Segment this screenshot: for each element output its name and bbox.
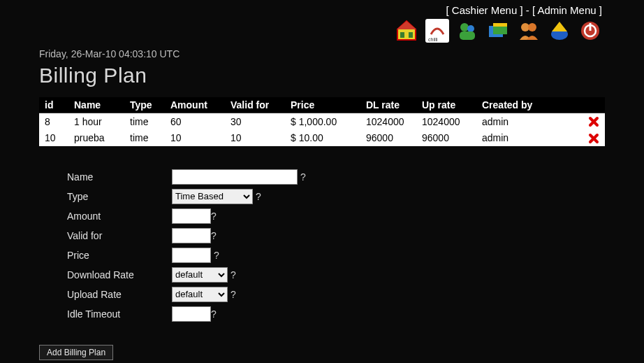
cell-amount: 60 (165, 113, 225, 130)
th-actions (583, 97, 605, 113)
cell-type: time (124, 129, 165, 145)
label-name: Name (67, 171, 172, 183)
cell-dl: 1024000 (360, 113, 416, 130)
admin-menu-link[interactable]: Admin Menu (537, 4, 596, 16)
cell-price: $ 1,000.00 (285, 113, 360, 130)
amount-input[interactable] (172, 208, 211, 224)
table-row: 10pruebatime1010$ 10.009600096000admin (39, 129, 605, 145)
th-amount: Amount (165, 97, 225, 113)
th-price: Price (285, 97, 360, 113)
billing-plan-form: Name ? Type Time Based ? Amount ? Valid … (67, 169, 605, 322)
cell-amount: 10 (165, 129, 225, 145)
help-icon[interactable]: ? (256, 191, 261, 202)
users-icon[interactable] (455, 19, 479, 43)
cell-up: 96000 (416, 129, 476, 145)
th-valid: Valid for (225, 97, 285, 113)
help-icon[interactable]: ? (230, 289, 236, 300)
th-by: Created by (476, 97, 583, 113)
cell-valid: 10 (225, 129, 285, 145)
upload-rate-select[interactable]: default (172, 287, 228, 302)
billing-plan-table: id Name Type Amount Valid for Price DL r… (39, 97, 605, 146)
th-name: Name (68, 97, 124, 113)
cell-up: 1024000 (416, 113, 476, 130)
help-icon[interactable]: ? (211, 211, 217, 222)
page-title: Billing Plan (39, 64, 605, 87)
download-rate-select[interactable]: default (172, 267, 228, 283)
cell-id: 10 (39, 129, 68, 145)
svg-marker-14 (552, 22, 567, 31)
cell-dl: 96000 (360, 129, 416, 145)
home-icon[interactable] (395, 19, 418, 43)
cell-name: 1 hour (68, 113, 124, 130)
delete-cell (583, 129, 605, 145)
help-icon[interactable]: ? (211, 308, 217, 320)
delete-icon[interactable] (588, 133, 599, 144)
help-icon[interactable]: ? (230, 269, 236, 280)
table-header-row: id Name Type Amount Valid for Price DL r… (39, 97, 605, 113)
idle-input[interactable] (172, 306, 211, 322)
cell-by: admin (476, 129, 583, 145)
cell-by: admin (476, 113, 583, 130)
type-select[interactable]: Time Based (172, 189, 253, 204)
label-price: Price (67, 250, 172, 261)
th-id: id (39, 97, 68, 113)
people-icon[interactable] (517, 19, 541, 43)
th-up: Up rate (416, 97, 476, 113)
label-amount: Amount (67, 211, 172, 222)
th-dl: DL rate (360, 97, 416, 113)
label-ul: Upload Rate (67, 289, 172, 300)
cell-type: time (124, 113, 165, 130)
svg-rect-7 (460, 31, 475, 40)
help-icon[interactable]: ? (211, 230, 217, 241)
cell-id: 8 (39, 113, 68, 130)
icon-toolbar: chilli (0, 16, 644, 43)
power-icon[interactable] (578, 19, 602, 43)
label-valid: Valid for (67, 230, 172, 241)
price-input[interactable] (172, 248, 211, 263)
top-menu: [ Cashier Menu ] - [ Admin Menu ] (0, 0, 644, 16)
svg-point-5 (460, 23, 469, 31)
svg-text:chilli: chilli (428, 37, 438, 42)
add-billing-plan-button[interactable]: Add Billing Plan (39, 345, 113, 360)
home2-icon[interactable] (548, 19, 571, 43)
cell-name: prueba (68, 129, 124, 145)
svg-point-12 (528, 23, 536, 31)
windows-icon[interactable] (486, 19, 510, 43)
svg-rect-10 (493, 23, 507, 27)
timestamp: Friday, 26-Mar-10 04:03:10 UTC (39, 48, 605, 59)
name-input[interactable] (172, 169, 298, 185)
label-idle: Idle Timeout (67, 308, 172, 320)
th-type: Type (124, 97, 165, 113)
help-icon[interactable]: ? (214, 250, 219, 261)
svg-marker-1 (397, 21, 416, 29)
delete-icon[interactable] (588, 116, 599, 127)
cell-price: $ 10.00 (285, 129, 360, 145)
chillispot-icon[interactable]: chilli (425, 19, 449, 43)
cell-valid: 30 (225, 113, 285, 130)
help-icon[interactable]: ? (300, 171, 306, 183)
label-type: Type (67, 191, 172, 202)
label-dl: Download Rate (67, 269, 172, 280)
cashier-menu-link[interactable]: Cashier Menu (452, 4, 517, 16)
svg-rect-3 (409, 32, 413, 38)
svg-rect-2 (400, 32, 404, 38)
svg-point-6 (467, 25, 474, 32)
table-row: 81 hourtime6030$ 1,000.0010240001024000a… (39, 113, 605, 130)
valid-input[interactable] (172, 228, 211, 243)
delete-cell (583, 113, 605, 130)
